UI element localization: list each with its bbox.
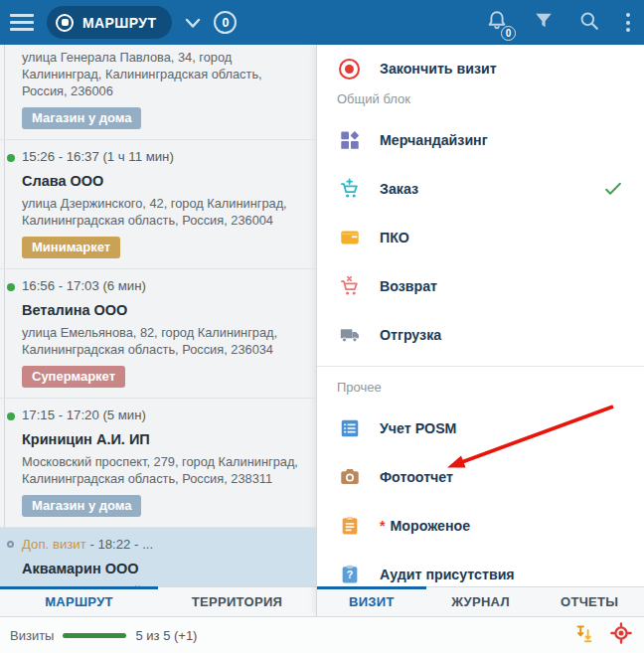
visit-item-4[interactable]: 17:15 - 17:20 (5 мин) Криницин А.И. ИП М…	[0, 399, 316, 528]
menu-item-label: Отгрузка	[380, 327, 441, 343]
menu-item-label: Мерчандайзинг	[380, 132, 488, 148]
overflow-menu-button[interactable]	[624, 11, 632, 34]
visit-list[interactable]: улица Генерала Павлова, 34, город Калини…	[0, 45, 316, 586]
visit-status-dot	[7, 412, 15, 420]
finish-visit-label: Закончить визит	[380, 61, 497, 77]
visit-time-text: - 18:22 - ...	[89, 537, 153, 552]
menu-item-ice-cream[interactable]: *Мороженое	[317, 501, 644, 550]
visit-name: Аквамарин ООО	[22, 561, 304, 576]
bottom-status-bar: Визиты 5 из 5 (+1)	[0, 616, 644, 653]
visits-progress-bar	[63, 633, 126, 638]
menu-item-label: Заказ	[380, 181, 418, 197]
store-type-badge: Супермаркет	[22, 366, 125, 388]
visit-time: Доп. визит - 18:22 - ...	[22, 537, 304, 552]
target-icon	[610, 622, 632, 644]
visit-address: улица Дзержинского, 42, город Калинингра…	[22, 195, 304, 229]
tab-territory[interactable]: ТЕРРИТОРИЯ	[158, 587, 316, 616]
menu-item-merchandising[interactable]: Мерчандайзинг	[317, 115, 644, 164]
visit-panel: Закончить визит Общий блок Мерчандайзинг…	[316, 45, 644, 616]
menu-item-label: Аудит присутствия	[380, 567, 515, 582]
truck-icon	[338, 323, 361, 346]
finish-visit-icon	[339, 59, 360, 80]
route-counter-badge[interactable]: 0	[214, 11, 237, 34]
left-tabbar: МАРШРУТ ТЕРРИТОРИЯ	[0, 586, 316, 616]
visit-time: 17:15 - 17:20 (5 мин)	[22, 408, 304, 422]
menu-item-presence-audit[interactable]: ? Аудит присутствия	[317, 550, 644, 586]
visit-address: Московский проспект, 279, город Калининг…	[22, 453, 304, 487]
extra-visit-label: Доп. визит	[22, 537, 86, 552]
store-type-badge: Магазин у дома	[22, 107, 141, 129]
filter-icon	[533, 10, 555, 32]
visit-address: улица Емельянова, 82, город Калининград,…	[22, 324, 304, 358]
menu-item-label: ПКО	[380, 230, 409, 245]
visit-actions-menu: Закончить визит Общий блок Мерчандайзинг…	[317, 45, 644, 586]
tab-route[interactable]: МАРШРУТ	[0, 587, 158, 616]
visit-name: Криницин А.И. ИП	[22, 431, 304, 447]
visits-progress-label: Визиты	[10, 628, 54, 643]
order-completed-check-icon	[602, 178, 624, 200]
sort-button[interactable]	[574, 623, 594, 647]
visit-name: Слава ООО	[22, 173, 304, 189]
visit-name: Веталина ООО	[22, 302, 304, 318]
section-label-common: Общий блок	[317, 90, 644, 115]
visits-progress-count: 5 из 5 (+1)	[135, 628, 197, 643]
menu-item-label: Фотоотчет	[380, 469, 453, 485]
menu-item-shipment[interactable]: Отгрузка	[317, 310, 644, 359]
topbar-actions: 0	[485, 9, 632, 37]
locate-button[interactable]	[610, 622, 632, 648]
visit-item-5-selected[interactable]: Доп. визит - 18:22 - ... Аквамарин ООО п…	[0, 528, 316, 586]
bell-badge: 0	[501, 26, 516, 41]
visit-item-1[interactable]: улица Генерала Павлова, 34, город Калини…	[0, 45, 316, 140]
visit-time: 15:26 - 16:37 (1 ч 11 мин)	[22, 149, 304, 164]
store-type-badge: Минимаркет	[22, 237, 120, 258]
search-icon	[578, 10, 600, 32]
route-selector-label: МАРШРУТ	[82, 15, 156, 31]
merchandising-icon	[338, 128, 361, 151]
visit-item-2[interactable]: 15:26 - 16:37 (1 ч 11 мин) Слава ООО ули…	[0, 140, 316, 269]
menu-icon[interactable]	[10, 14, 34, 31]
tab-journal[interactable]: ЖУРНАЛ	[426, 587, 536, 616]
visit-time: 16:56 - 17:03 (6 мин)	[22, 278, 304, 293]
tab-visit[interactable]: ВИЗИТ	[317, 587, 426, 616]
menu-item-label: Учет POSM	[380, 420, 456, 436]
visit-status-dot-open	[7, 541, 14, 548]
filter-button[interactable]	[533, 10, 555, 36]
visit-item-3[interactable]: 16:56 - 17:03 (6 мин) Веталина ООО улица…	[0, 269, 316, 399]
order-cart-icon	[338, 177, 361, 200]
visit-status-dot	[7, 154, 15, 162]
search-button[interactable]	[578, 10, 600, 36]
menu-item-photo-report[interactable]: Фотоотчет	[317, 452, 644, 501]
posm-list-icon	[338, 416, 361, 439]
menu-item-pko[interactable]: ПКО	[317, 213, 644, 261]
top-app-bar: МАРШРУТ 0 0	[0, 0, 644, 45]
svg-text:?: ?	[346, 569, 352, 580]
visit-address: улица Генерала Павлова, 34, город Калини…	[22, 49, 304, 99]
record-icon	[56, 14, 74, 32]
right-tabbar: ВИЗИТ ЖУРНАЛ ОТЧЕТЫ	[317, 586, 644, 616]
menu-item-label: *Мороженое	[380, 518, 470, 534]
clipboard-icon	[338, 514, 361, 537]
notifications-button[interactable]: 0	[485, 9, 509, 37]
wallet-icon	[338, 226, 361, 248]
route-panel: улица Генерала Павлова, 34, город Калини…	[0, 45, 316, 616]
finish-visit-button[interactable]: Закончить визит	[317, 47, 644, 90]
audit-clipboard-icon: ?	[338, 563, 361, 585]
visit-status-dot	[7, 283, 15, 291]
return-cart-icon	[338, 274, 361, 297]
menu-item-posm[interactable]: Учет POSM	[317, 404, 644, 452]
menu-item-label: Возврат	[380, 278, 437, 294]
sort-icon	[574, 623, 594, 643]
required-mark: *	[380, 518, 386, 534]
store-type-badge: Магазин у дома	[22, 495, 141, 517]
route-selector-button[interactable]: МАРШРУТ	[47, 6, 172, 39]
menu-item-order[interactable]: Заказ	[317, 164, 644, 213]
section-label-other: Прочее	[317, 367, 644, 404]
chevron-down-icon[interactable]	[185, 17, 201, 29]
tab-reports[interactable]: ОТЧЕТЫ	[535, 587, 644, 616]
app-window: МАРШРУТ 0 0 улица Генерала Павло	[0, 0, 644, 653]
menu-item-return[interactable]: Возврат	[317, 261, 644, 310]
camera-icon	[338, 465, 361, 488]
